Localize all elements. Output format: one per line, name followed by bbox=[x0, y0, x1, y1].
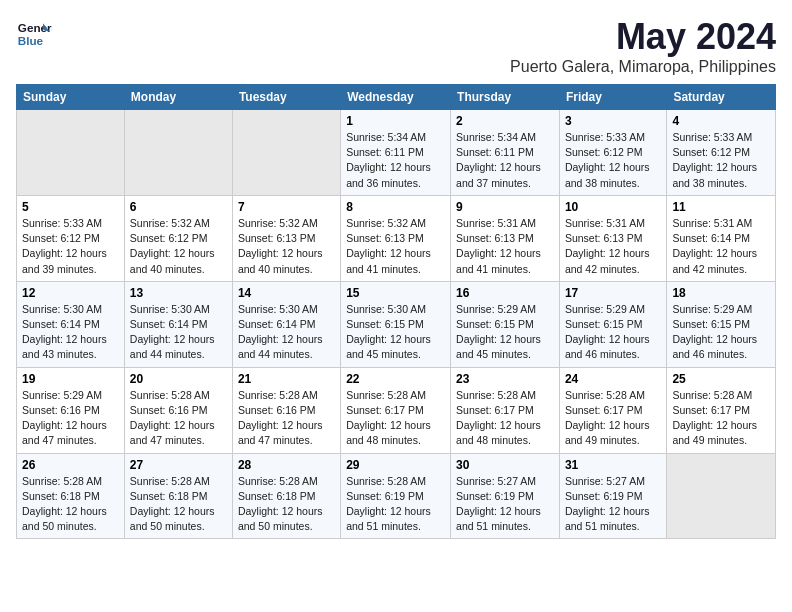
weekday-header-row: SundayMondayTuesdayWednesdayThursdayFrid… bbox=[17, 85, 776, 110]
day-number: 13 bbox=[130, 286, 227, 300]
calendar-cell: 24Sunrise: 5:28 AM Sunset: 6:17 PM Dayli… bbox=[559, 367, 666, 453]
calendar-cell: 4Sunrise: 5:33 AM Sunset: 6:12 PM Daylig… bbox=[667, 110, 776, 196]
day-info: Sunrise: 5:28 AM Sunset: 6:16 PM Dayligh… bbox=[130, 388, 227, 449]
calendar-table: SundayMondayTuesdayWednesdayThursdayFrid… bbox=[16, 84, 776, 539]
day-number: 11 bbox=[672, 200, 770, 214]
calendar-cell: 31Sunrise: 5:27 AM Sunset: 6:19 PM Dayli… bbox=[559, 453, 666, 539]
calendar-week-2: 5Sunrise: 5:33 AM Sunset: 6:12 PM Daylig… bbox=[17, 195, 776, 281]
day-info: Sunrise: 5:31 AM Sunset: 6:13 PM Dayligh… bbox=[456, 216, 554, 277]
month-year-title: May 2024 bbox=[510, 16, 776, 58]
day-info: Sunrise: 5:28 AM Sunset: 6:17 PM Dayligh… bbox=[565, 388, 661, 449]
day-number: 21 bbox=[238, 372, 335, 386]
day-info: Sunrise: 5:28 AM Sunset: 6:18 PM Dayligh… bbox=[22, 474, 119, 535]
svg-text:General: General bbox=[18, 21, 52, 34]
day-info: Sunrise: 5:31 AM Sunset: 6:14 PM Dayligh… bbox=[672, 216, 770, 277]
day-number: 26 bbox=[22, 458, 119, 472]
day-number: 25 bbox=[672, 372, 770, 386]
day-number: 12 bbox=[22, 286, 119, 300]
day-info: Sunrise: 5:28 AM Sunset: 6:19 PM Dayligh… bbox=[346, 474, 445, 535]
day-number: 28 bbox=[238, 458, 335, 472]
day-number: 16 bbox=[456, 286, 554, 300]
calendar-cell bbox=[124, 110, 232, 196]
calendar-cell: 26Sunrise: 5:28 AM Sunset: 6:18 PM Dayli… bbox=[17, 453, 125, 539]
calendar-cell: 8Sunrise: 5:32 AM Sunset: 6:13 PM Daylig… bbox=[341, 195, 451, 281]
day-number: 22 bbox=[346, 372, 445, 386]
day-info: Sunrise: 5:33 AM Sunset: 6:12 PM Dayligh… bbox=[672, 130, 770, 191]
day-number: 30 bbox=[456, 458, 554, 472]
calendar-cell: 21Sunrise: 5:28 AM Sunset: 6:16 PM Dayli… bbox=[232, 367, 340, 453]
day-info: Sunrise: 5:30 AM Sunset: 6:14 PM Dayligh… bbox=[130, 302, 227, 363]
calendar-week-1: 1Sunrise: 5:34 AM Sunset: 6:11 PM Daylig… bbox=[17, 110, 776, 196]
day-info: Sunrise: 5:30 AM Sunset: 6:15 PM Dayligh… bbox=[346, 302, 445, 363]
calendar-week-4: 19Sunrise: 5:29 AM Sunset: 6:16 PM Dayli… bbox=[17, 367, 776, 453]
day-number: 4 bbox=[672, 114, 770, 128]
day-info: Sunrise: 5:28 AM Sunset: 6:17 PM Dayligh… bbox=[346, 388, 445, 449]
weekday-header-monday: Monday bbox=[124, 85, 232, 110]
calendar-cell: 30Sunrise: 5:27 AM Sunset: 6:19 PM Dayli… bbox=[451, 453, 560, 539]
calendar-cell: 27Sunrise: 5:28 AM Sunset: 6:18 PM Dayli… bbox=[124, 453, 232, 539]
day-number: 29 bbox=[346, 458, 445, 472]
day-info: Sunrise: 5:28 AM Sunset: 6:16 PM Dayligh… bbox=[238, 388, 335, 449]
day-number: 2 bbox=[456, 114, 554, 128]
day-info: Sunrise: 5:34 AM Sunset: 6:11 PM Dayligh… bbox=[346, 130, 445, 191]
calendar-cell: 15Sunrise: 5:30 AM Sunset: 6:15 PM Dayli… bbox=[341, 281, 451, 367]
weekday-header-thursday: Thursday bbox=[451, 85, 560, 110]
calendar-cell: 10Sunrise: 5:31 AM Sunset: 6:13 PM Dayli… bbox=[559, 195, 666, 281]
calendar-cell: 6Sunrise: 5:32 AM Sunset: 6:12 PM Daylig… bbox=[124, 195, 232, 281]
weekday-header-sunday: Sunday bbox=[17, 85, 125, 110]
day-number: 27 bbox=[130, 458, 227, 472]
day-number: 31 bbox=[565, 458, 661, 472]
day-number: 23 bbox=[456, 372, 554, 386]
day-number: 9 bbox=[456, 200, 554, 214]
day-info: Sunrise: 5:27 AM Sunset: 6:19 PM Dayligh… bbox=[456, 474, 554, 535]
day-number: 3 bbox=[565, 114, 661, 128]
calendar-cell bbox=[232, 110, 340, 196]
day-info: Sunrise: 5:33 AM Sunset: 6:12 PM Dayligh… bbox=[22, 216, 119, 277]
day-number: 7 bbox=[238, 200, 335, 214]
day-info: Sunrise: 5:31 AM Sunset: 6:13 PM Dayligh… bbox=[565, 216, 661, 277]
calendar-cell: 3Sunrise: 5:33 AM Sunset: 6:12 PM Daylig… bbox=[559, 110, 666, 196]
calendar-cell: 16Sunrise: 5:29 AM Sunset: 6:15 PM Dayli… bbox=[451, 281, 560, 367]
calendar-cell: 17Sunrise: 5:29 AM Sunset: 6:15 PM Dayli… bbox=[559, 281, 666, 367]
weekday-header-wednesday: Wednesday bbox=[341, 85, 451, 110]
calendar-cell: 12Sunrise: 5:30 AM Sunset: 6:14 PM Dayli… bbox=[17, 281, 125, 367]
day-info: Sunrise: 5:32 AM Sunset: 6:12 PM Dayligh… bbox=[130, 216, 227, 277]
day-info: Sunrise: 5:28 AM Sunset: 6:17 PM Dayligh… bbox=[672, 388, 770, 449]
day-info: Sunrise: 5:30 AM Sunset: 6:14 PM Dayligh… bbox=[238, 302, 335, 363]
day-info: Sunrise: 5:32 AM Sunset: 6:13 PM Dayligh… bbox=[346, 216, 445, 277]
title-block: May 2024 Puerto Galera, Mimaropa, Philip… bbox=[510, 16, 776, 76]
day-info: Sunrise: 5:34 AM Sunset: 6:11 PM Dayligh… bbox=[456, 130, 554, 191]
calendar-cell: 1Sunrise: 5:34 AM Sunset: 6:11 PM Daylig… bbox=[341, 110, 451, 196]
day-number: 18 bbox=[672, 286, 770, 300]
svg-text:Blue: Blue bbox=[18, 34, 44, 47]
calendar-cell: 13Sunrise: 5:30 AM Sunset: 6:14 PM Dayli… bbox=[124, 281, 232, 367]
calendar-cell: 28Sunrise: 5:28 AM Sunset: 6:18 PM Dayli… bbox=[232, 453, 340, 539]
weekday-header-friday: Friday bbox=[559, 85, 666, 110]
day-number: 8 bbox=[346, 200, 445, 214]
calendar-cell: 9Sunrise: 5:31 AM Sunset: 6:13 PM Daylig… bbox=[451, 195, 560, 281]
calendar-cell: 19Sunrise: 5:29 AM Sunset: 6:16 PM Dayli… bbox=[17, 367, 125, 453]
calendar-cell: 18Sunrise: 5:29 AM Sunset: 6:15 PM Dayli… bbox=[667, 281, 776, 367]
calendar-cell: 2Sunrise: 5:34 AM Sunset: 6:11 PM Daylig… bbox=[451, 110, 560, 196]
day-number: 1 bbox=[346, 114, 445, 128]
calendar-week-3: 12Sunrise: 5:30 AM Sunset: 6:14 PM Dayli… bbox=[17, 281, 776, 367]
calendar-cell: 14Sunrise: 5:30 AM Sunset: 6:14 PM Dayli… bbox=[232, 281, 340, 367]
day-number: 6 bbox=[130, 200, 227, 214]
calendar-cell: 25Sunrise: 5:28 AM Sunset: 6:17 PM Dayli… bbox=[667, 367, 776, 453]
day-info: Sunrise: 5:30 AM Sunset: 6:14 PM Dayligh… bbox=[22, 302, 119, 363]
calendar-cell: 20Sunrise: 5:28 AM Sunset: 6:16 PM Dayli… bbox=[124, 367, 232, 453]
calendar-week-5: 26Sunrise: 5:28 AM Sunset: 6:18 PM Dayli… bbox=[17, 453, 776, 539]
calendar-cell: 5Sunrise: 5:33 AM Sunset: 6:12 PM Daylig… bbox=[17, 195, 125, 281]
location-subtitle: Puerto Galera, Mimaropa, Philippines bbox=[510, 58, 776, 76]
weekday-header-tuesday: Tuesday bbox=[232, 85, 340, 110]
day-info: Sunrise: 5:29 AM Sunset: 6:15 PM Dayligh… bbox=[456, 302, 554, 363]
calendar-cell: 22Sunrise: 5:28 AM Sunset: 6:17 PM Dayli… bbox=[341, 367, 451, 453]
day-number: 10 bbox=[565, 200, 661, 214]
day-info: Sunrise: 5:28 AM Sunset: 6:17 PM Dayligh… bbox=[456, 388, 554, 449]
day-info: Sunrise: 5:32 AM Sunset: 6:13 PM Dayligh… bbox=[238, 216, 335, 277]
day-number: 24 bbox=[565, 372, 661, 386]
day-info: Sunrise: 5:28 AM Sunset: 6:18 PM Dayligh… bbox=[130, 474, 227, 535]
day-info: Sunrise: 5:27 AM Sunset: 6:19 PM Dayligh… bbox=[565, 474, 661, 535]
calendar-cell: 7Sunrise: 5:32 AM Sunset: 6:13 PM Daylig… bbox=[232, 195, 340, 281]
day-info: Sunrise: 5:29 AM Sunset: 6:16 PM Dayligh… bbox=[22, 388, 119, 449]
